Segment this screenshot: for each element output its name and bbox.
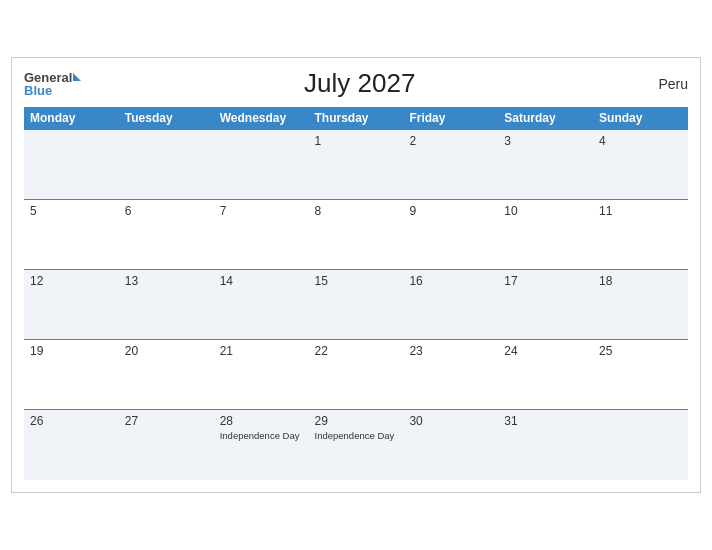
day-number: 28	[220, 414, 303, 428]
calendar-day-cell: 13	[119, 270, 214, 340]
day-number: 3	[504, 134, 587, 148]
calendar-day-cell: 5	[24, 200, 119, 270]
day-number: 10	[504, 204, 587, 218]
calendar-day-cell: 20	[119, 340, 214, 410]
calendar-day-cell	[593, 410, 688, 480]
calendar-day-cell: 31	[498, 410, 593, 480]
calendar-title: July 2027	[81, 68, 638, 99]
calendar-day-cell: 10	[498, 200, 593, 270]
weekday-header: Sunday	[593, 107, 688, 130]
day-number: 15	[315, 274, 398, 288]
calendar-day-cell	[214, 130, 309, 200]
calendar-day-cell: 26	[24, 410, 119, 480]
calendar-day-cell: 11	[593, 200, 688, 270]
logo: General Blue	[24, 70, 81, 98]
day-number: 8	[315, 204, 398, 218]
calendar-day-cell	[119, 130, 214, 200]
calendar-table: MondayTuesdayWednesdayThursdayFridaySatu…	[24, 107, 688, 480]
calendar-day-cell: 27	[119, 410, 214, 480]
calendar-week-row: 262728Independence Day29Independence Day…	[24, 410, 688, 480]
day-number: 31	[504, 414, 587, 428]
weekday-header: Monday	[24, 107, 119, 130]
day-number: 25	[599, 344, 682, 358]
calendar-day-cell: 1	[309, 130, 404, 200]
calendar-day-cell: 2	[403, 130, 498, 200]
day-number: 29	[315, 414, 398, 428]
calendar-container: General Blue July 2027 Peru MondayTuesda…	[11, 57, 701, 493]
day-number: 27	[125, 414, 208, 428]
day-number: 22	[315, 344, 398, 358]
day-number: 17	[504, 274, 587, 288]
day-number: 21	[220, 344, 303, 358]
calendar-day-cell: 29Independence Day	[309, 410, 404, 480]
calendar-day-cell	[24, 130, 119, 200]
day-number: 16	[409, 274, 492, 288]
calendar-day-cell: 16	[403, 270, 498, 340]
day-number: 30	[409, 414, 492, 428]
day-number: 9	[409, 204, 492, 218]
weekday-header: Friday	[403, 107, 498, 130]
calendar-day-cell: 25	[593, 340, 688, 410]
calendar-day-cell: 15	[309, 270, 404, 340]
calendar-day-cell: 6	[119, 200, 214, 270]
day-number: 18	[599, 274, 682, 288]
calendar-week-row: 567891011	[24, 200, 688, 270]
calendar-day-cell: 3	[498, 130, 593, 200]
day-number: 1	[315, 134, 398, 148]
calendar-day-cell: 17	[498, 270, 593, 340]
calendar-day-cell: 8	[309, 200, 404, 270]
day-event: Independence Day	[315, 430, 398, 441]
calendar-day-cell: 21	[214, 340, 309, 410]
calendar-day-cell: 7	[214, 200, 309, 270]
weekday-header: Thursday	[309, 107, 404, 130]
calendar-header-row: MondayTuesdayWednesdayThursdayFridaySatu…	[24, 107, 688, 130]
calendar-day-cell: 12	[24, 270, 119, 340]
day-number: 5	[30, 204, 113, 218]
calendar-day-cell: 30	[403, 410, 498, 480]
day-event: Independence Day	[220, 430, 303, 441]
day-number: 26	[30, 414, 113, 428]
calendar-week-row: 19202122232425	[24, 340, 688, 410]
day-number: 11	[599, 204, 682, 218]
calendar-day-cell: 22	[309, 340, 404, 410]
weekday-header: Saturday	[498, 107, 593, 130]
calendar-day-cell: 14	[214, 270, 309, 340]
calendar-day-cell: 18	[593, 270, 688, 340]
logo-triangle-icon	[73, 73, 81, 81]
calendar-week-row: 12131415161718	[24, 270, 688, 340]
day-number: 6	[125, 204, 208, 218]
day-number: 7	[220, 204, 303, 218]
day-number: 14	[220, 274, 303, 288]
calendar-day-cell: 24	[498, 340, 593, 410]
day-number: 4	[599, 134, 682, 148]
country-label: Peru	[638, 76, 688, 92]
weekday-header: Tuesday	[119, 107, 214, 130]
calendar-day-cell: 19	[24, 340, 119, 410]
weekday-header: Wednesday	[214, 107, 309, 130]
day-number: 12	[30, 274, 113, 288]
calendar-day-cell: 4	[593, 130, 688, 200]
calendar-body: 1234567891011121314151617181920212223242…	[24, 130, 688, 480]
calendar-header: General Blue July 2027 Peru	[24, 68, 688, 99]
calendar-day-cell: 23	[403, 340, 498, 410]
calendar-day-cell: 9	[403, 200, 498, 270]
day-number: 24	[504, 344, 587, 358]
day-number: 19	[30, 344, 113, 358]
day-number: 13	[125, 274, 208, 288]
day-number: 23	[409, 344, 492, 358]
day-number: 2	[409, 134, 492, 148]
calendar-day-cell: 28Independence Day	[214, 410, 309, 480]
calendar-week-row: 1234	[24, 130, 688, 200]
day-number: 20	[125, 344, 208, 358]
logo-blue-text: Blue	[24, 83, 52, 98]
